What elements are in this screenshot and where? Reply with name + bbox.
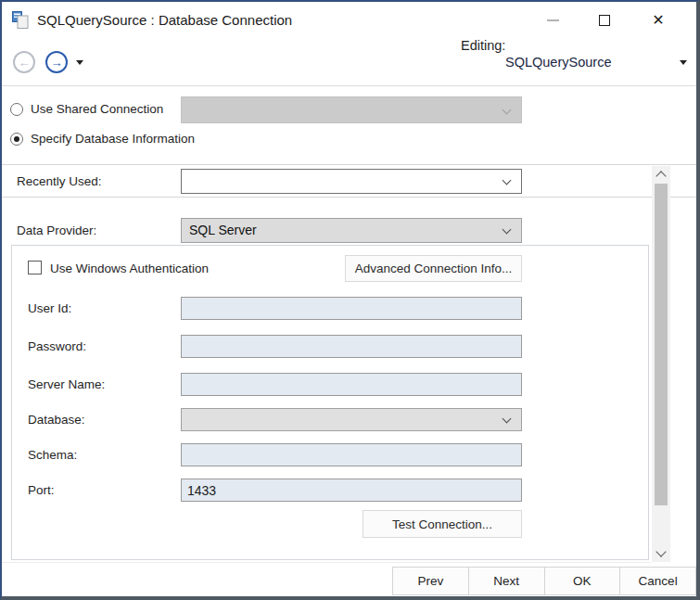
data-provider-combobox[interactable]: SQL Server	[181, 218, 522, 243]
scrollbar-up-arrow-icon[interactable]	[652, 166, 670, 183]
recently-used-combobox[interactable]	[181, 169, 522, 194]
back-button[interactable]: ←	[13, 51, 35, 73]
forward-dropdown-caret-icon[interactable]	[76, 60, 83, 65]
separator	[2, 164, 696, 165]
minimize-icon	[547, 19, 559, 21]
use-windows-authentication-label[interactable]: Use Windows Authentication	[50, 262, 209, 275]
maximize-icon	[599, 15, 610, 26]
chevron-down-icon	[503, 415, 512, 424]
port-input[interactable]	[181, 479, 522, 502]
vertical-scrollbar[interactable]	[652, 166, 670, 562]
data-provider-value: SQL Server	[182, 219, 521, 242]
editing-label: Editing:	[461, 39, 505, 52]
separator	[2, 197, 696, 198]
footer-button-bar: Prev Next OK Cancel	[392, 567, 696, 595]
password-label: Password:	[28, 340, 86, 353]
next-button[interactable]: Next	[468, 568, 544, 594]
recently-used-label: Recently Used:	[17, 175, 102, 188]
chevron-down-icon	[680, 60, 687, 65]
schema-label: Schema:	[28, 449, 77, 462]
close-icon: ✕	[652, 13, 664, 28]
schema-input[interactable]	[181, 443, 522, 466]
radio-use-shared-connection-label[interactable]: Use Shared Connection	[31, 103, 163, 116]
advanced-connection-info-button[interactable]: Advanced Connection Info...	[345, 255, 522, 282]
server-name-input[interactable]	[181, 373, 522, 396]
chevron-down-icon	[503, 176, 512, 185]
use-windows-authentication-checkbox[interactable]	[28, 261, 42, 274]
user-id-input[interactable]	[181, 297, 522, 320]
editing-combobox[interactable]: SQLQuerySource	[503, 46, 694, 78]
scrollbar-thumb[interactable]	[655, 184, 668, 505]
database-label: Database:	[28, 414, 85, 427]
chevron-down-icon	[503, 106, 512, 115]
port-label: Port:	[28, 484, 55, 497]
forward-arrow-icon: →	[51, 56, 63, 70]
window-title: SQLQuerySource : Database Connection	[37, 2, 292, 39]
editing-combobox-value: SQLQuerySource	[505, 46, 611, 78]
radio-use-shared-connection[interactable]	[10, 103, 23, 116]
title-bar: SQLQuerySource : Database Connection ✕	[2, 2, 696, 39]
datasource-icon	[11, 10, 31, 30]
radio-specify-database-information[interactable]	[10, 133, 23, 146]
database-info-groupbox	[11, 245, 649, 560]
ok-button[interactable]: OK	[544, 568, 620, 594]
server-name-label: Server Name:	[28, 378, 105, 391]
cancel-button[interactable]: Cancel	[619, 568, 695, 594]
maximize-button[interactable]	[584, 2, 625, 39]
forward-button[interactable]: →	[45, 51, 68, 73]
password-input[interactable]	[181, 335, 522, 358]
minimize-button[interactable]	[532, 2, 573, 39]
data-provider-label: Data Provider:	[17, 224, 96, 237]
test-connection-button[interactable]: Test Connection...	[363, 510, 522, 538]
scrollbar-down-arrow-icon[interactable]	[652, 545, 670, 562]
dialog-window: SQLQuerySource : Database Connection ✕ ←…	[0, 0, 700, 600]
prev-button[interactable]: Prev	[393, 568, 468, 594]
user-id-label: User Id:	[28, 302, 71, 315]
shared-connection-combobox	[181, 96, 522, 123]
back-arrow-icon: ←	[19, 56, 31, 70]
database-combobox[interactable]	[181, 408, 522, 431]
separator	[2, 562, 651, 563]
radio-specify-database-information-label[interactable]: Specify Database Information	[31, 133, 195, 146]
close-button[interactable]: ✕	[638, 2, 679, 39]
toolbar: ← → Editing: SQLQuerySource	[2, 39, 696, 86]
